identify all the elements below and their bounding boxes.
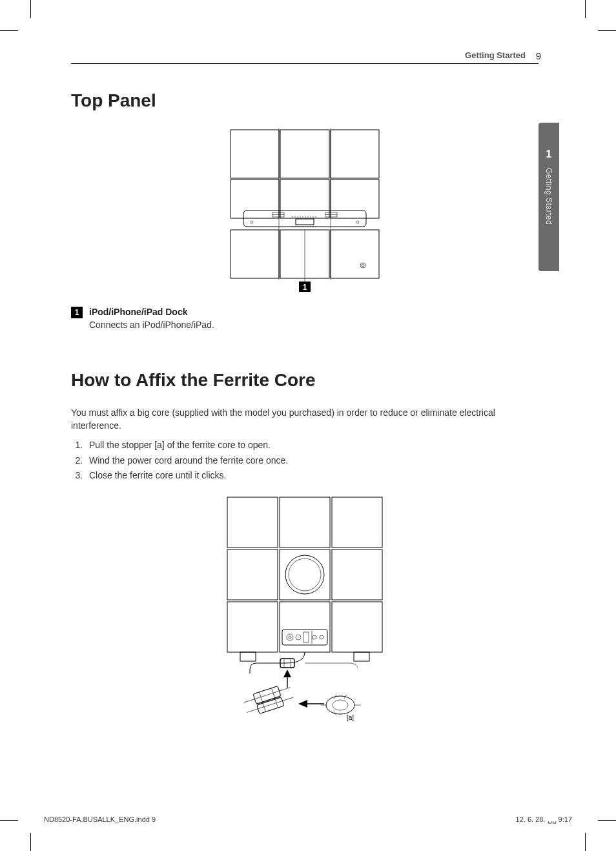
svg-point-12 [251,221,253,223]
svg-rect-29 [227,549,278,600]
callout-number-box: 1 [71,307,83,318]
top-panel-heading: Top Panel [71,90,539,111]
svg-rect-33 [280,602,330,652]
chapter-tab-label: Getting Started [544,168,553,225]
svg-rect-6 [231,230,279,278]
top-panel-figure: 1 [71,127,539,294]
svg-point-40 [287,634,293,641]
svg-text:1: 1 [303,283,307,292]
header-rule [71,63,539,64]
ferrite-heading: How to Affix the Ferrite Core [71,370,539,391]
svg-point-41 [289,636,291,639]
svg-rect-3 [231,179,279,218]
svg-point-45 [320,635,323,639]
ferrite-step-3: Close the ferrite core until it clicks. [85,468,539,484]
svg-rect-37 [240,652,256,661]
svg-rect-2 [331,130,379,178]
callout-description: Connects an iPod/iPhone/iPad. [89,319,214,332]
svg-rect-18 [296,219,314,225]
svg-rect-38 [354,652,369,661]
footer-filename: ND8520-FA.BUSALLK_ENG.indd 9 [44,815,156,824]
svg-rect-39 [282,630,327,645]
svg-point-36 [289,559,321,591]
ferrite-figure: [a] [71,494,539,739]
svg-point-44 [313,635,316,639]
callout-title: iPod/iPhone/iPad Dock [89,306,214,319]
svg-rect-5 [331,179,379,218]
svg-marker-51 [283,670,291,677]
svg-rect-30 [280,549,330,600]
svg-point-42 [296,635,301,640]
ferrite-step-2: Wind the power cord around the ferrite c… [85,453,539,469]
svg-line-54 [256,697,281,704]
svg-point-60 [333,700,348,710]
header-page-number: 9 [536,50,541,61]
svg-rect-31 [332,549,382,600]
chapter-tab-number: 1 [539,149,559,160]
ferrite-diagram-icon: [a] [221,494,389,739]
svg-rect-27 [280,497,330,548]
svg-point-59 [326,696,354,714]
svg-rect-0 [231,130,279,178]
svg-rect-8 [331,230,379,278]
svg-point-13 [356,221,359,223]
svg-point-21 [360,263,365,268]
svg-rect-43 [303,632,309,642]
svg-rect-26 [227,497,278,548]
svg-text:[a]: [a] [347,714,354,721]
ferrite-intro: You must affix a big core (supplied with… [71,406,539,433]
svg-marker-65 [298,700,307,708]
svg-point-35 [285,555,324,594]
svg-rect-34 [332,602,382,652]
svg-rect-4 [280,179,329,218]
chapter-tab: 1 Getting Started [539,123,559,271]
svg-rect-1 [280,130,329,178]
top-panel-diagram-icon: 1 [227,127,382,294]
ferrite-steps: Pull the stopper [a] of the ferrite core… [71,438,539,484]
header-section: Getting Started [465,50,526,60]
svg-rect-28 [332,497,382,548]
ferrite-step-1: Pull the stopper [a] of the ferrite core… [85,438,539,453]
svg-point-22 [362,264,364,267]
svg-rect-32 [227,602,278,652]
footer-timestamp: 12. 6. 28. ␣␣ 9:17 [516,815,572,824]
